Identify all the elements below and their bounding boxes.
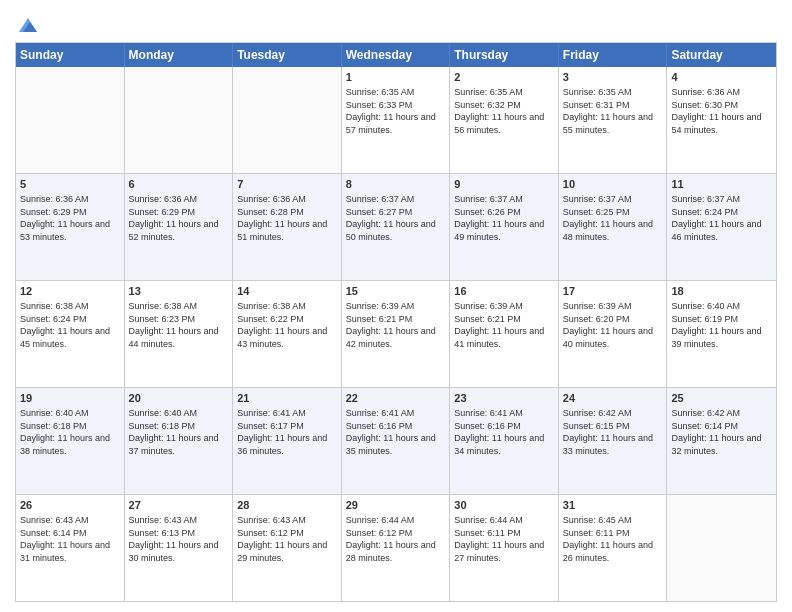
- cell-daylight: Daylight: 11 hours and 55 minutes.: [563, 112, 653, 135]
- cell-sunset: Sunset: 6:30 PM: [671, 100, 738, 110]
- day-number: 31: [563, 498, 663, 513]
- page: SundayMondayTuesdayWednesdayThursdayFrid…: [0, 0, 792, 612]
- calendar-day-cell: 19Sunrise: 6:40 AMSunset: 6:18 PMDayligh…: [16, 388, 125, 494]
- cell-daylight: Daylight: 11 hours and 42 minutes.: [346, 326, 436, 349]
- calendar-day-cell: 4Sunrise: 6:36 AMSunset: 6:30 PMDaylight…: [667, 67, 776, 173]
- cell-sunrise: Sunrise: 6:44 AM: [346, 515, 415, 525]
- cell-sunset: Sunset: 6:18 PM: [129, 421, 196, 431]
- cell-sunset: Sunset: 6:14 PM: [20, 528, 87, 538]
- calendar-day-cell: 16Sunrise: 6:39 AMSunset: 6:21 PMDayligh…: [450, 281, 559, 387]
- cell-daylight: Daylight: 11 hours and 37 minutes.: [129, 433, 219, 456]
- cell-daylight: Daylight: 11 hours and 48 minutes.: [563, 219, 653, 242]
- cell-sunset: Sunset: 6:17 PM: [237, 421, 304, 431]
- calendar-day-cell: 11Sunrise: 6:37 AMSunset: 6:24 PMDayligh…: [667, 174, 776, 280]
- cell-sunset: Sunset: 6:11 PM: [454, 528, 521, 538]
- cell-sunset: Sunset: 6:31 PM: [563, 100, 630, 110]
- cell-sunrise: Sunrise: 6:36 AM: [129, 194, 198, 204]
- cell-sunset: Sunset: 6:33 PM: [346, 100, 413, 110]
- calendar-day-cell: [667, 495, 776, 601]
- cell-sunset: Sunset: 6:18 PM: [20, 421, 87, 431]
- calendar-week-row: 5Sunrise: 6:36 AMSunset: 6:29 PMDaylight…: [16, 174, 776, 281]
- calendar-day-cell: 3Sunrise: 6:35 AMSunset: 6:31 PMDaylight…: [559, 67, 668, 173]
- cell-daylight: Daylight: 11 hours and 38 minutes.: [20, 433, 110, 456]
- day-number: 30: [454, 498, 554, 513]
- calendar-header-day: Monday: [125, 43, 234, 67]
- cell-sunset: Sunset: 6:23 PM: [129, 314, 196, 324]
- cell-sunset: Sunset: 6:19 PM: [671, 314, 738, 324]
- calendar-header-day: Sunday: [16, 43, 125, 67]
- calendar-day-cell: [125, 67, 234, 173]
- cell-sunrise: Sunrise: 6:41 AM: [346, 408, 415, 418]
- calendar-week-row: 19Sunrise: 6:40 AMSunset: 6:18 PMDayligh…: [16, 388, 776, 495]
- cell-sunset: Sunset: 6:25 PM: [563, 207, 630, 217]
- calendar-day-cell: 20Sunrise: 6:40 AMSunset: 6:18 PMDayligh…: [125, 388, 234, 494]
- day-number: 2: [454, 70, 554, 85]
- cell-daylight: Daylight: 11 hours and 43 minutes.: [237, 326, 327, 349]
- cell-sunset: Sunset: 6:20 PM: [563, 314, 630, 324]
- cell-daylight: Daylight: 11 hours and 52 minutes.: [129, 219, 219, 242]
- cell-sunset: Sunset: 6:32 PM: [454, 100, 521, 110]
- cell-sunrise: Sunrise: 6:40 AM: [671, 301, 740, 311]
- cell-sunrise: Sunrise: 6:44 AM: [454, 515, 523, 525]
- cell-sunset: Sunset: 6:12 PM: [237, 528, 304, 538]
- cell-sunrise: Sunrise: 6:38 AM: [237, 301, 306, 311]
- calendar-header-day: Tuesday: [233, 43, 342, 67]
- calendar-day-cell: 12Sunrise: 6:38 AMSunset: 6:24 PMDayligh…: [16, 281, 125, 387]
- cell-daylight: Daylight: 11 hours and 29 minutes.: [237, 540, 327, 563]
- cell-daylight: Daylight: 11 hours and 36 minutes.: [237, 433, 327, 456]
- cell-daylight: Daylight: 11 hours and 41 minutes.: [454, 326, 544, 349]
- cell-sunrise: Sunrise: 6:38 AM: [20, 301, 89, 311]
- day-number: 15: [346, 284, 446, 299]
- calendar-day-cell: 30Sunrise: 6:44 AMSunset: 6:11 PMDayligh…: [450, 495, 559, 601]
- cell-sunrise: Sunrise: 6:42 AM: [563, 408, 632, 418]
- cell-daylight: Daylight: 11 hours and 32 minutes.: [671, 433, 761, 456]
- cell-daylight: Daylight: 11 hours and 56 minutes.: [454, 112, 544, 135]
- cell-sunrise: Sunrise: 6:37 AM: [563, 194, 632, 204]
- calendar-day-cell: [233, 67, 342, 173]
- calendar-header-day: Saturday: [667, 43, 776, 67]
- cell-sunrise: Sunrise: 6:40 AM: [129, 408, 198, 418]
- calendar-day-cell: 22Sunrise: 6:41 AMSunset: 6:16 PMDayligh…: [342, 388, 451, 494]
- cell-sunrise: Sunrise: 6:36 AM: [671, 87, 740, 97]
- cell-sunrise: Sunrise: 6:42 AM: [671, 408, 740, 418]
- calendar-day-cell: 8Sunrise: 6:37 AMSunset: 6:27 PMDaylight…: [342, 174, 451, 280]
- calendar-day-cell: 2Sunrise: 6:35 AMSunset: 6:32 PMDaylight…: [450, 67, 559, 173]
- cell-daylight: Daylight: 11 hours and 54 minutes.: [671, 112, 761, 135]
- cell-sunset: Sunset: 6:12 PM: [346, 528, 413, 538]
- calendar: SundayMondayTuesdayWednesdayThursdayFrid…: [15, 42, 777, 602]
- calendar-day-cell: 31Sunrise: 6:45 AMSunset: 6:11 PMDayligh…: [559, 495, 668, 601]
- day-number: 17: [563, 284, 663, 299]
- cell-sunset: Sunset: 6:13 PM: [129, 528, 196, 538]
- day-number: 6: [129, 177, 229, 192]
- calendar-day-cell: 28Sunrise: 6:43 AMSunset: 6:12 PMDayligh…: [233, 495, 342, 601]
- calendar-header-row: SundayMondayTuesdayWednesdayThursdayFrid…: [16, 43, 776, 67]
- cell-daylight: Daylight: 11 hours and 44 minutes.: [129, 326, 219, 349]
- day-number: 4: [671, 70, 772, 85]
- cell-sunrise: Sunrise: 6:37 AM: [454, 194, 523, 204]
- day-number: 8: [346, 177, 446, 192]
- cell-daylight: Daylight: 11 hours and 27 minutes.: [454, 540, 544, 563]
- cell-daylight: Daylight: 11 hours and 49 minutes.: [454, 219, 544, 242]
- cell-sunset: Sunset: 6:15 PM: [563, 421, 630, 431]
- cell-daylight: Daylight: 11 hours and 50 minutes.: [346, 219, 436, 242]
- cell-sunrise: Sunrise: 6:39 AM: [346, 301, 415, 311]
- day-number: 5: [20, 177, 120, 192]
- cell-sunset: Sunset: 6:29 PM: [129, 207, 196, 217]
- cell-daylight: Daylight: 11 hours and 33 minutes.: [563, 433, 653, 456]
- day-number: 16: [454, 284, 554, 299]
- calendar-day-cell: 26Sunrise: 6:43 AMSunset: 6:14 PMDayligh…: [16, 495, 125, 601]
- cell-sunrise: Sunrise: 6:37 AM: [346, 194, 415, 204]
- cell-sunrise: Sunrise: 6:39 AM: [563, 301, 632, 311]
- cell-sunrise: Sunrise: 6:43 AM: [237, 515, 306, 525]
- calendar-day-cell: 13Sunrise: 6:38 AMSunset: 6:23 PMDayligh…: [125, 281, 234, 387]
- calendar-week-row: 1Sunrise: 6:35 AMSunset: 6:33 PMDaylight…: [16, 67, 776, 174]
- calendar-header-day: Thursday: [450, 43, 559, 67]
- day-number: 14: [237, 284, 337, 299]
- cell-daylight: Daylight: 11 hours and 45 minutes.: [20, 326, 110, 349]
- day-number: 28: [237, 498, 337, 513]
- day-number: 24: [563, 391, 663, 406]
- cell-sunrise: Sunrise: 6:40 AM: [20, 408, 89, 418]
- logo-icon: [17, 14, 39, 36]
- cell-daylight: Daylight: 11 hours and 40 minutes.: [563, 326, 653, 349]
- cell-daylight: Daylight: 11 hours and 53 minutes.: [20, 219, 110, 242]
